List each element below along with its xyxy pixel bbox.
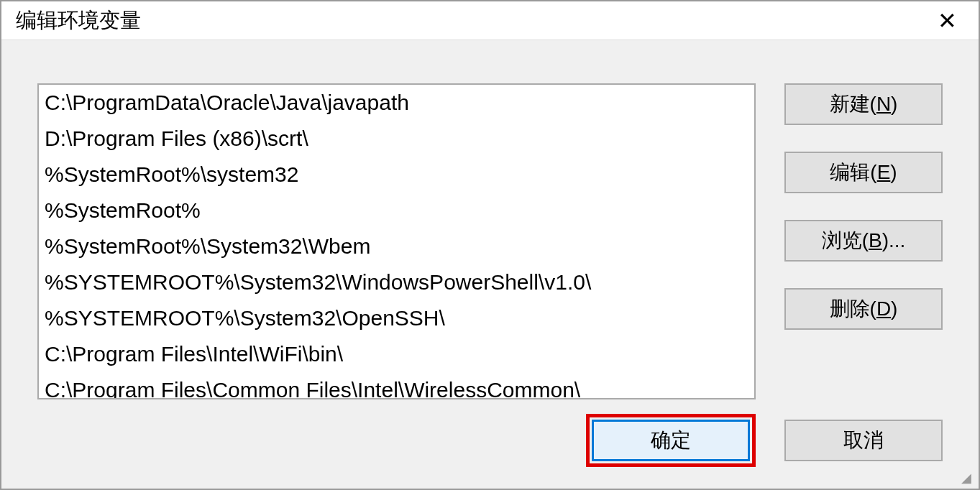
list-item[interactable]: %SYSTEMROOT%\System32\WindowsPowerShell\… — [39, 264, 754, 300]
browse-button-suffix: )... — [882, 229, 906, 252]
list-item[interactable]: %SYSTEMROOT%\System32\OpenSSH\ — [39, 300, 754, 336]
new-button-key: N — [876, 93, 891, 116]
cancel-button[interactable]: 取消 — [784, 420, 943, 461]
edit-button-key: E — [877, 161, 891, 184]
list-item[interactable]: C:\Program Files\Intel\WiFi\bin\ — [39, 336, 754, 372]
new-button-suffix: ) — [891, 93, 897, 116]
resize-grip-icon[interactable]: ◢ — [961, 471, 976, 486]
edit-env-variable-dialog: 编辑环境变量 ✕ C:\ProgramData\Oracle\Java\java… — [0, 0, 980, 490]
browse-button-key: B — [869, 229, 882, 252]
edit-button-suffix: ) — [890, 161, 897, 184]
ok-highlight-box: 确定 — [586, 414, 756, 467]
list-item[interactable]: D:\Program Files (x86)\scrt\ — [39, 121, 754, 157]
dialog-content: C:\ProgramData\Oracle\Java\javapathD:\Pr… — [1, 40, 979, 414]
close-icon[interactable]: ✕ — [930, 7, 964, 34]
list-item[interactable]: %SystemRoot%\System32\Wbem — [39, 228, 754, 264]
ok-button[interactable]: 确定 — [592, 420, 750, 461]
list-item[interactable]: %SystemRoot%\system32 — [39, 157, 754, 193]
delete-button-prefix: 删除( — [830, 295, 876, 323]
new-button[interactable]: 新建(N) — [784, 83, 943, 125]
delete-button-key: D — [876, 297, 891, 320]
dialog-title: 编辑环境变量 — [16, 6, 141, 35]
path-listbox[interactable]: C:\ProgramData\Oracle\Java\javapathD:\Pr… — [37, 83, 756, 399]
dialog-footer: 确定 取消 — [1, 414, 979, 489]
edit-button[interactable]: 编辑(E) — [784, 152, 943, 193]
edit-button-prefix: 编辑( — [830, 159, 876, 186]
side-button-group: 新建(N) 编辑(E) 浏览(B)... 删除(D) — [784, 83, 943, 399]
browse-button-prefix: 浏览( — [822, 227, 869, 254]
delete-button[interactable]: 删除(D) — [784, 288, 943, 330]
delete-button-suffix: ) — [891, 297, 897, 320]
list-item[interactable]: C:\ProgramData\Oracle\Java\javapath — [39, 85, 754, 121]
titlebar: 编辑环境变量 ✕ — [1, 1, 979, 40]
list-item[interactable]: C:\Program Files\Common Files\Intel\Wire… — [39, 372, 754, 399]
new-button-prefix: 新建( — [830, 91, 876, 118]
browse-button[interactable]: 浏览(B)... — [784, 220, 943, 262]
list-item[interactable]: %SystemRoot% — [39, 193, 754, 228]
